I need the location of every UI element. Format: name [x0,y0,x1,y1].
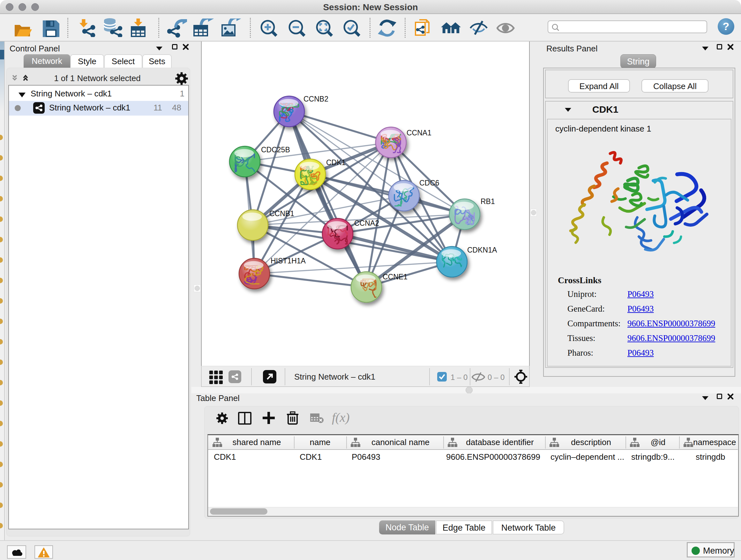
svg-text:CCNA2: CCNA2 [354,219,379,227]
svg-text:RB1: RB1 [481,197,495,206]
svg-text:CCNB1: CCNB1 [269,209,294,218]
svg-text:CDKN1A: CDKN1A [467,246,497,254]
svg-text:CDC25B: CDC25B [261,145,290,154]
svg-text:CCNA1: CCNA1 [407,129,431,137]
svg-text:HIST1H1A: HIST1H1A [271,257,306,265]
svg-text:?: ? [723,20,730,32]
svg-text:CDK1: CDK1 [326,159,346,167]
svg-text:CDC6: CDC6 [419,179,440,187]
svg-text:CCNE1: CCNE1 [383,273,408,281]
svg-text:CCNB2: CCNB2 [304,95,328,103]
